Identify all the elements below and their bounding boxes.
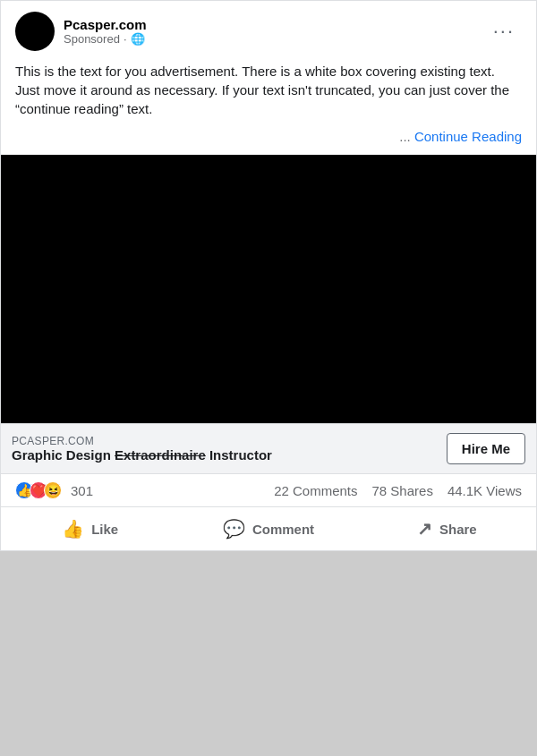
like-label: Like (91, 522, 118, 537)
reaction-icons: 👍 ❤️ 😆 (15, 481, 58, 499)
facebook-post-card: Pcasper.com Sponsored · 🌐 ··· This is th… (0, 0, 537, 551)
comment-button[interactable]: Comment (179, 511, 357, 547)
page-info: Pcasper.com Sponsored · 🌐 (64, 17, 147, 46)
avatar (15, 12, 55, 51)
action-bar: Like Comment Share (1, 506, 536, 550)
like-button[interactable]: Like (1, 511, 179, 547)
more-options-button[interactable]: ··· (486, 18, 522, 45)
link-title-part2: Instructor (206, 447, 272, 463)
link-domain: PCASPER.COM (12, 435, 272, 447)
continue-prefix: ... (399, 129, 411, 144)
post-text: This is the text for you advertisement. … (1, 58, 536, 129)
continue-reading-link[interactable]: Continue Reading (414, 129, 522, 144)
haha-reaction-icon: 😆 (44, 481, 62, 499)
comment-icon (223, 518, 245, 539)
share-label: Share (439, 522, 477, 537)
link-info: PCASPER.COM Graphic Design Extraordinair… (12, 435, 272, 463)
separator: · (124, 32, 127, 46)
header-left: Pcasper.com Sponsored · 🌐 (15, 12, 147, 51)
link-title-strikethrough: Extraordinaire (115, 447, 206, 463)
like-icon (62, 518, 84, 539)
share-icon (417, 518, 432, 539)
reactions-right: 22 Comments 78 Shares 44.1K Views (274, 483, 522, 498)
sponsored-label: Sponsored (64, 32, 120, 46)
post-header: Pcasper.com Sponsored · 🌐 ··· (1, 1, 536, 58)
reactions-left: 👍 ❤️ 😆 301 (15, 481, 93, 499)
globe-icon: 🌐 (131, 32, 145, 46)
comments-count[interactable]: 22 Comments (274, 483, 357, 498)
views-count: 44.1K Views (448, 483, 522, 498)
link-title: Graphic Design Extraordinaire Instructor (12, 447, 272, 463)
link-preview: PCASPER.COM Graphic Design Extraordinair… (1, 423, 536, 473)
sponsored-row: Sponsored · 🌐 (64, 32, 147, 46)
reaction-count: 301 (71, 483, 93, 498)
continue-reading-row: ... Continue Reading (1, 129, 536, 155)
comment-label: Comment (252, 522, 314, 537)
share-button[interactable]: Share (358, 511, 536, 547)
hire-me-button[interactable]: Hire Me (447, 433, 525, 464)
reactions-row: 👍 ❤️ 😆 301 22 Comments 78 Shares 44.1K V… (1, 473, 536, 506)
media-area (1, 155, 536, 423)
shares-count[interactable]: 78 Shares (372, 483, 433, 498)
page-name[interactable]: Pcasper.com (64, 17, 147, 32)
link-title-part1: Graphic Design (12, 447, 115, 463)
